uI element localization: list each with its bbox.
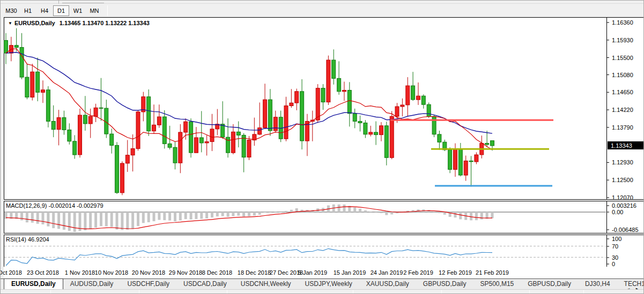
timeframe-button-mn[interactable]: MN bbox=[86, 5, 102, 16]
chevron-down-icon[interactable]: ▼ bbox=[8, 21, 12, 26]
svg-text:1.16360: 1.16360 bbox=[612, 19, 633, 26]
chart-tab-gbpusd-daily[interactable]: GBPUSD,Daily bbox=[521, 279, 578, 289]
svg-text:0.003216: 0.003216 bbox=[612, 202, 636, 209]
chart-tab-usdjpy-weekly[interactable]: USDJPY,Weekly bbox=[298, 279, 359, 289]
svg-text:1.15500: 1.15500 bbox=[612, 55, 633, 61]
status-bar-separator bbox=[227, 290, 227, 294]
chart-tab-usdchf-daily[interactable]: USDCHF,Daily bbox=[120, 279, 176, 289]
rsi-value: 46.9204 bbox=[28, 236, 49, 243]
chart-tab-sp500-m15[interactable]: SP500,M15 bbox=[473, 279, 521, 289]
trading-platform-window: M30H1H4D1W1MN 1.163601.159301.155001.150… bbox=[0, 0, 644, 294]
toolbar-separator bbox=[107, 5, 108, 16]
svg-text:1.14650: 1.14650 bbox=[612, 89, 633, 95]
status-bar-separator bbox=[353, 290, 353, 294]
svg-text:1.15930: 1.15930 bbox=[612, 37, 633, 43]
chart-tab-dj30-h4[interactable]: DJ30,H4 bbox=[578, 279, 617, 289]
timeframe-button-d1[interactable]: D1 bbox=[53, 5, 69, 16]
macd-indicator-title: MACD(12,26,9) -0.002014 -0.002979 bbox=[6, 202, 103, 209]
rsi-panel[interactable]: 10070300 bbox=[4, 235, 644, 267]
date-axis-label: 21 Feb 2019 bbox=[468, 269, 516, 276]
svg-text:30: 30 bbox=[612, 254, 618, 261]
timeframe-button-m30[interactable]: M30 bbox=[3, 5, 19, 16]
chart-tab-usdcad-daily[interactable]: USDCAD,Daily bbox=[176, 279, 234, 289]
timeframe-toolbar: M30H1H4D1W1MN bbox=[1, 4, 644, 17]
svg-text:1.13343: 1.13343 bbox=[611, 142, 632, 149]
svg-text:1.12930: 1.12930 bbox=[612, 159, 633, 165]
svg-text:0.00: 0.00 bbox=[612, 209, 623, 215]
svg-text:70: 70 bbox=[612, 243, 618, 250]
chart-tab-bar: EURUSD,DailyAUDUSD,DailyUSDCHF,DailyUSDC… bbox=[1, 278, 644, 289]
chart-tab-eurusd-daily[interactable]: EURUSD,Daily bbox=[4, 278, 63, 289]
chart-tab-gbpusd-daily[interactable]: GBPUSD,Daily bbox=[416, 279, 473, 289]
timeframe-button-h4[interactable]: H4 bbox=[36, 5, 53, 16]
svg-text:1.12500: 1.12500 bbox=[612, 177, 633, 183]
chart-window[interactable]: 1.163601.159301.155001.150801.146501.142… bbox=[4, 17, 644, 278]
svg-text:-0.006485: -0.006485 bbox=[612, 227, 639, 233]
status-bar bbox=[1, 289, 644, 294]
status-bar-separator bbox=[50, 290, 51, 294]
main-price-panel[interactable]: 1.163601.159301.155001.150801.146501.142… bbox=[4, 17, 644, 200]
timeframe-button-w1[interactable]: W1 bbox=[70, 5, 86, 16]
status-bar-separator bbox=[583, 290, 584, 294]
chart-tab-usdcnh-weekly[interactable]: USDCNH,Weekly bbox=[234, 279, 298, 289]
date-axis: 13 Oct 201823 Oct 20181 Nov 201810 Nov 2… bbox=[4, 267, 644, 278]
rsi-label: RSI(14) bbox=[6, 236, 26, 243]
ohlc-values: 1.13465 1.13470 1.13222 1.13343 bbox=[60, 20, 150, 26]
timeframe-button-h1[interactable]: H1 bbox=[20, 5, 36, 16]
svg-text:1.12070: 1.12070 bbox=[612, 194, 633, 200]
status-bar-separator bbox=[139, 290, 139, 294]
toolbar-artifact bbox=[62, 3, 104, 3]
chart-symbol-title: ▼EURUSD,Daily1.13465 1.13470 1.13222 1.1… bbox=[8, 20, 150, 26]
rsi-indicator-title: RSI(14) 46.9204 bbox=[6, 236, 49, 243]
symbol-label: EURUSD,Daily bbox=[14, 20, 55, 26]
svg-text:1.15080: 1.15080 bbox=[612, 72, 633, 78]
status-bar-separator bbox=[441, 290, 442, 294]
status-bar-separator bbox=[529, 290, 530, 294]
macd-label: MACD(12,26,9) bbox=[6, 202, 47, 209]
svg-text:100: 100 bbox=[612, 236, 621, 242]
chart-tab-audusd-daily[interactable]: AUDUSD,Daily bbox=[63, 279, 121, 289]
svg-text:1.13790: 1.13790 bbox=[612, 124, 633, 131]
macd-values: -0.002014 -0.002979 bbox=[48, 202, 103, 209]
chart-tab-xauusd-daily[interactable]: XAUUSD,Daily bbox=[359, 279, 416, 289]
svg-text:1.14220: 1.14220 bbox=[612, 107, 633, 113]
current-price-badge: 1.13343 bbox=[608, 141, 644, 149]
